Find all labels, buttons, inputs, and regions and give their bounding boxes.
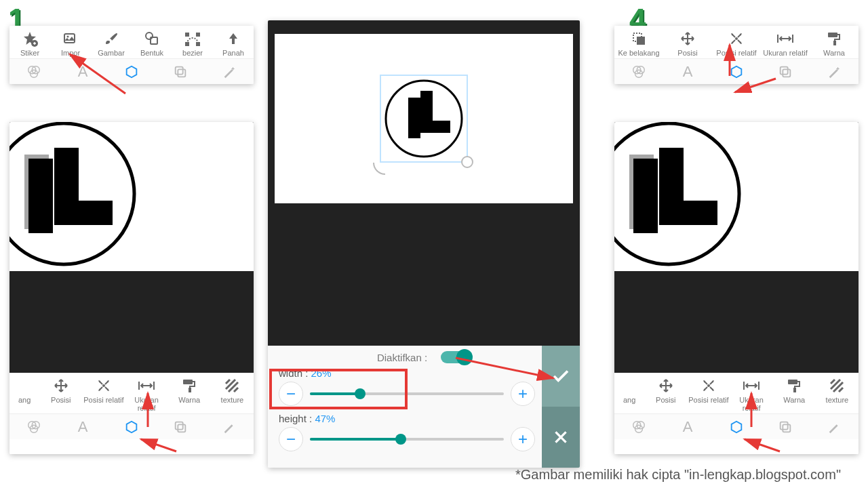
tab-colors-icon[interactable]	[9, 59, 58, 84]
tool-texture[interactable]: texture	[816, 377, 859, 404]
tool-bentuk[interactable]: Bentuk	[132, 30, 172, 57]
tab-shape-icon[interactable]	[107, 59, 156, 84]
tool-texture[interactable]: texture	[211, 377, 254, 404]
copyright-caption: *Gambar memiliki hak cipta "in-lengkap.b…	[515, 467, 841, 483]
move-icon	[644, 377, 687, 394]
tab-shape-icon[interactable]	[712, 414, 761, 439]
canvas[interactable]	[9, 122, 254, 373]
texture-icon	[816, 377, 859, 394]
canvas-white	[9, 122, 254, 271]
svg-rect-46	[629, 155, 654, 229]
tool-ukuran-relatif[interactable]: Ukuran relatif	[761, 30, 810, 57]
tool-label: Ukuran relatif	[761, 49, 810, 57]
tool-label: Stiker	[9, 49, 50, 57]
tool-posisi[interactable]: Posisi	[644, 377, 687, 404]
svg-rect-5	[186, 43, 189, 45]
tool-panah[interactable]: Panah	[213, 30, 254, 57]
svg-rect-12	[176, 66, 183, 74]
tool-warna[interactable]: Warna	[168, 377, 211, 404]
svg-rect-31	[24, 155, 49, 229]
svg-rect-39	[178, 424, 185, 432]
width-slider[interactable]	[310, 392, 504, 395]
selection-box[interactable]	[380, 75, 468, 163]
width-plus-button[interactable]: +	[511, 382, 535, 406]
height-minus-button[interactable]: −	[279, 427, 303, 451]
svg-rect-13	[178, 69, 185, 77]
tool-label: Posisi	[644, 396, 687, 404]
move-icon	[663, 30, 712, 47]
tab-layers-icon[interactable]	[156, 59, 205, 84]
tool-posisi-relatif[interactable]: Posisi relatif	[712, 30, 761, 57]
svg-rect-30	[54, 201, 113, 225]
svg-rect-45	[659, 201, 717, 225]
arrow-up-icon	[213, 30, 254, 47]
tool-posisi-relatif[interactable]: Posisi relatif	[687, 377, 730, 404]
tab-layers-icon[interactable]	[156, 414, 205, 439]
svg-rect-8	[197, 33, 199, 36]
height-slider-block: height : 47% − +	[275, 413, 573, 451]
canvas[interactable]	[268, 34, 580, 203]
brush-icon	[91, 30, 132, 47]
logo-image	[9, 122, 193, 275]
svg-rect-38	[176, 422, 183, 429]
tool-ukuran-relatif[interactable]: Ukuran relatif	[730, 377, 773, 412]
resize-handle[interactable]	[461, 156, 473, 168]
tool-posisi[interactable]: Posisi	[39, 377, 82, 404]
svg-point-2	[67, 36, 69, 38]
cancel-button[interactable]	[542, 407, 580, 468]
svg-rect-48	[788, 380, 797, 384]
tool-impor[interactable]: Impor	[50, 30, 91, 57]
enabled-toggle[interactable]	[441, 351, 471, 363]
tab-shape-icon[interactable]	[712, 59, 761, 84]
move-icon	[39, 377, 82, 394]
tool-row: Ke belakang Posisi Posisi relatif Ukuran…	[614, 26, 859, 58]
tab-colors-icon[interactable]	[614, 414, 663, 439]
svg-rect-33	[183, 380, 193, 384]
tool-ang[interactable]: ang	[614, 377, 644, 404]
tab-magic-icon[interactable]	[810, 414, 859, 439]
tool-label: Warna	[810, 49, 859, 57]
tool-ang[interactable]: ang	[9, 377, 39, 404]
tool-gambar[interactable]: Gambar	[91, 30, 132, 57]
tool-posisi[interactable]: Posisi	[663, 30, 712, 57]
tab-layers-icon[interactable]	[761, 414, 810, 439]
tab-magic-icon[interactable]	[810, 59, 859, 84]
height-slider[interactable]	[310, 438, 504, 441]
confirm-button[interactable]	[542, 346, 580, 407]
category-tabs: A	[9, 413, 254, 439]
bottom-toolbar: ang Posisi Posisi relatif Ukuran relatif…	[614, 373, 859, 454]
tab-layers-icon[interactable]	[761, 59, 810, 84]
tool-ukuran-relatif[interactable]: Ukuran relatif	[125, 377, 168, 412]
tool-warna[interactable]: Warna	[773, 377, 816, 404]
tool-label: Warna	[168, 396, 211, 404]
center-align-icon	[82, 377, 125, 394]
tool-warna[interactable]: Warna	[810, 30, 859, 57]
tool-posisi-relatif[interactable]: Posisi relatif	[82, 377, 125, 404]
enabled-label: Diaktifkan :	[377, 352, 427, 363]
svg-rect-53	[781, 422, 788, 429]
tab-colors-icon[interactable]	[9, 414, 58, 439]
tab-shape-icon[interactable]	[107, 414, 156, 439]
tool-label: ang	[9, 396, 39, 404]
tab-text-icon[interactable]: A	[663, 414, 712, 439]
canvas[interactable]	[614, 122, 859, 373]
tool-bezier[interactable]: bezier	[172, 30, 213, 57]
rotate-handle[interactable]	[373, 163, 385, 175]
category-tabs: A	[614, 58, 859, 84]
texture-icon	[211, 377, 254, 394]
bottom-toolbar: ang Posisi Posisi relatif Ukuran relatif…	[9, 373, 254, 454]
width-minus-button[interactable]: −	[279, 382, 303, 406]
tab-text-icon[interactable]: A	[663, 59, 712, 84]
svg-rect-54	[783, 424, 790, 432]
resize-width-icon	[125, 377, 168, 394]
height-plus-button[interactable]: +	[511, 427, 535, 451]
tool-ke-belakang[interactable]: Ke belakang	[614, 30, 663, 57]
tab-colors-icon[interactable]	[614, 59, 663, 84]
tab-magic-icon[interactable]	[205, 414, 254, 439]
svg-rect-44	[659, 148, 684, 209]
tool-stiker[interactable]: Stiker	[9, 30, 50, 57]
tab-text-icon[interactable]: A	[58, 59, 107, 84]
svg-rect-24	[783, 69, 790, 77]
tab-text-icon[interactable]: A	[58, 414, 107, 439]
tab-magic-icon[interactable]	[205, 59, 254, 84]
